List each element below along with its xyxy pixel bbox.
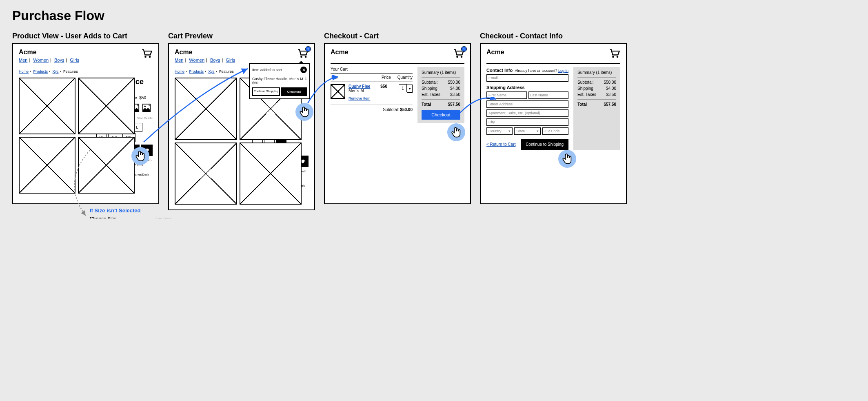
popover-qty: 1	[305, 77, 307, 81]
continue-shopping-button[interactable]: Continue Shopping	[252, 87, 280, 96]
shipping-label: Shipping Address	[486, 85, 568, 90]
email-field[interactable]: Email	[486, 74, 568, 82]
panel2-title: Cart Preview	[168, 32, 315, 40]
brand: Acme	[331, 49, 349, 56]
svg-point-0	[144, 56, 147, 58]
cart-badge: 1	[305, 46, 311, 52]
first-name-field[interactable]: First Name	[486, 91, 527, 99]
contact-info-label: Contact Info	[486, 68, 513, 73]
checkout-button[interactable]: Checkout	[422, 110, 460, 120]
cart-icon[interactable]	[141, 49, 153, 60]
nav-boys[interactable]: Boys	[54, 58, 64, 62]
hand-cursor-icon	[447, 123, 465, 141]
crumb-products[interactable]: Products	[189, 69, 204, 74]
login-link[interactable]: Log In	[558, 69, 568, 73]
nav-girls[interactable]: Girls	[70, 58, 79, 62]
image-placeholder[interactable]	[175, 143, 237, 205]
subtotal-label: Subtotal:	[383, 107, 399, 112]
svg-point-15	[461, 56, 463, 58]
nav: Men| Women| Boys| Girls	[19, 58, 79, 62]
chevron-down-icon: ▾	[537, 129, 539, 133]
page-title: Purchase Flow	[12, 8, 856, 23]
chevron-down-icon: ▾	[508, 129, 511, 133]
continue-shipping-button[interactable]: Continue to Shipping	[521, 139, 568, 150]
svg-point-16	[612, 56, 614, 58]
popover-title: Item added to cart	[252, 68, 282, 72]
size-guide[interactable]: Size Guide	[137, 116, 153, 120]
hand-cursor-icon	[131, 147, 149, 165]
cart-icon[interactable]: 1	[297, 49, 309, 60]
cart-item-link[interactable]: Cushy Flee	[349, 84, 370, 89]
street-field[interactable]: Street Address	[486, 100, 568, 108]
panel4-frame: Acme Contact Info Already have an accoun…	[480, 43, 627, 204]
svg-point-17	[617, 56, 619, 58]
cart-popover: Item added to cart ✕ Cushy Fleece Hoodie…	[249, 63, 310, 99]
nav-women[interactable]: Women	[33, 58, 49, 62]
summary-box: Summary (1 items) Subtotal:$50.00 Shippi…	[417, 67, 464, 123]
summary-box: Summary (1 items) Subtotal:$50.00 Shippi…	[573, 67, 620, 150]
close-icon[interactable]: ✕	[300, 67, 307, 73]
image-placeholder[interactable]	[331, 84, 345, 99]
chevron-down-icon[interactable]: ▾	[407, 85, 413, 93]
image-placeholder[interactable]	[78, 137, 135, 194]
size-guide[interactable]: Size Guide	[155, 217, 171, 219]
cart-title: Your Cart	[331, 67, 413, 71]
last-name-field[interactable]: Last Name	[528, 91, 569, 99]
login-line: Already have an account? Log In	[515, 69, 568, 73]
summary-title: Summary (1 items)	[422, 70, 460, 75]
crumb-products[interactable]: Products	[33, 69, 48, 74]
brand: Acme	[175, 49, 235, 56]
cart-item-variant: Men's M	[349, 89, 377, 93]
svg-point-12	[300, 56, 302, 58]
nav-girls[interactable]: Girls	[226, 58, 235, 62]
remove-item-link[interactable]: Remove Item	[349, 96, 371, 100]
col-item: Item	[331, 75, 338, 80]
nav-men[interactable]: Men	[19, 58, 27, 62]
checkout-button[interactable]: Checkout	[281, 87, 307, 96]
city-field[interactable]: City	[486, 118, 568, 126]
return-cart-link[interactable]: < Return to Cart	[486, 142, 515, 147]
brand: Acme	[19, 49, 79, 56]
crumb-home[interactable]: Home	[175, 69, 184, 74]
cart-icon[interactable]	[609, 49, 620, 60]
svg-point-11	[144, 106, 146, 107]
svg-point-13	[305, 56, 307, 58]
error-title: If Size isn't Selected	[90, 207, 171, 214]
cart-item-price: $50	[380, 84, 387, 100]
brand: Acme	[486, 49, 504, 56]
image-placeholder[interactable]	[19, 137, 75, 194]
svg-point-14	[456, 56, 458, 58]
col-qty: Quantity	[397, 75, 413, 80]
breadcrumb: Home› Products› Xyz› Features	[19, 69, 153, 74]
panel2-frame: Acme Men| Women| Boys| Girls 1 Home› Pro…	[168, 43, 315, 210]
photo-icon[interactable]	[142, 103, 151, 112]
panel1-title: Product View - User Adds to Cart	[12, 32, 159, 40]
summary-title: Summary (1 items)	[577, 70, 616, 75]
panel3-frame: Acme 1 Your Cart Item Price Quantity	[324, 43, 471, 204]
state-select[interactable]: State▾	[514, 127, 540, 135]
error-callout: If Size isn't Selected Choose Size Size …	[90, 207, 171, 218]
zip-field[interactable]: ZIP Code	[542, 127, 568, 135]
nav-boys[interactable]: Boys	[210, 58, 220, 62]
hand-cursor-icon	[295, 103, 313, 121]
country-select[interactable]: Country▾	[486, 127, 513, 135]
crumb-home[interactable]: Home	[19, 69, 29, 74]
nav: Men| Women| Boys| Girls	[175, 58, 235, 62]
image-placeholder[interactable]	[240, 143, 302, 205]
size-label: Choose Size	[90, 216, 116, 218]
cart-icon[interactable]: 1	[453, 49, 464, 60]
panel4-title: Checkout - Contact Info	[480, 32, 627, 40]
image-placeholder[interactable]	[78, 78, 135, 134]
popover-item: Cushy Fleece Hoodie, Men's M	[252, 77, 303, 81]
nav-men[interactable]: Men	[175, 58, 183, 62]
apt-field[interactable]: Apartment, Suite, etc. (optional)	[486, 109, 568, 117]
crumb-xyz[interactable]: Xyz	[53, 69, 59, 74]
crumb-features: Features	[63, 69, 78, 74]
quantity-input[interactable]: 1	[399, 84, 407, 92]
image-placeholder[interactable]	[19, 78, 75, 134]
image-placeholder[interactable]	[175, 78, 237, 140]
nav-women[interactable]: Women	[189, 58, 204, 62]
crumb-xyz[interactable]: Xyz	[209, 69, 215, 74]
panel1-frame: Acme Men| Women| Boys| Girls Home› Produ…	[12, 43, 159, 204]
subtotal-value: $50.00	[400, 107, 413, 112]
